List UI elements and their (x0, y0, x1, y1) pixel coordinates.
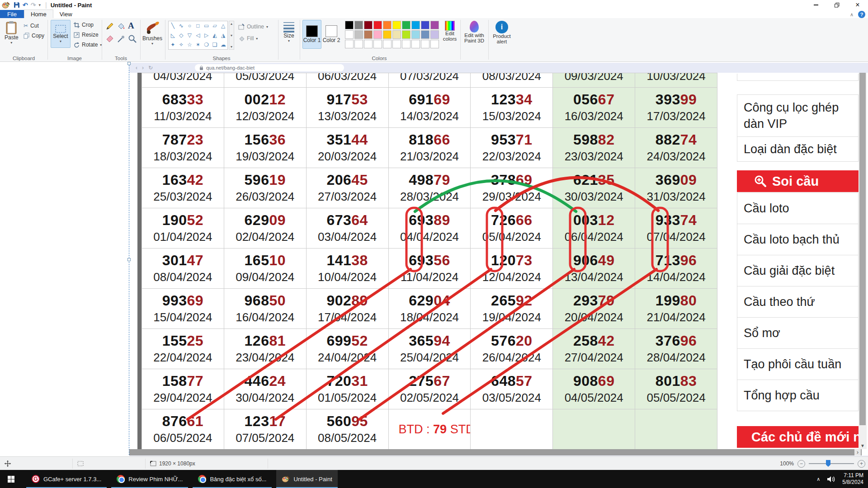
magnifier-tool-icon[interactable] (128, 34, 137, 43)
zoom-out-button[interactable]: − (797, 460, 805, 468)
sidebar-menu-item[interactable]: Sổ mơ (737, 317, 859, 349)
shape-glyph[interactable]: ▽ (188, 33, 192, 38)
close-button[interactable]: × (847, 0, 868, 10)
shape-glyph[interactable]: ☆ (187, 42, 192, 47)
cut-button[interactable]: ✂ Cut (24, 23, 39, 29)
shape-glyph[interactable]: ▭ (204, 23, 209, 28)
palette-swatch[interactable] (402, 30, 410, 39)
palette-swatch[interactable] (364, 21, 373, 29)
shape-glyph[interactable]: ▱ (213, 23, 217, 28)
crop-button[interactable]: Crop (74, 22, 94, 28)
shapes-expand-icon[interactable]: ▼ (230, 45, 233, 48)
palette-swatch[interactable] (421, 30, 429, 39)
start-button[interactable] (0, 470, 22, 488)
tab-home[interactable]: Home (24, 9, 53, 18)
shapes-scroll[interactable]: ▲ ▼ ▼ (229, 21, 234, 50)
shape-glyph[interactable]: ◁ (196, 33, 200, 38)
selection-handle-top[interactable] (127, 62, 131, 65)
speaker-icon[interactable] (827, 476, 835, 483)
edit-colors-button[interactable]: Edit colors (441, 21, 459, 42)
palette-swatch[interactable] (392, 21, 401, 29)
shape-glyph[interactable]: ○ (188, 23, 191, 28)
zoom-slider-thumb[interactable] (826, 460, 830, 467)
palette-swatch-empty[interactable] (402, 40, 410, 48)
shape-glyph[interactable]: ✦ (170, 42, 175, 47)
text-tool-icon[interactable]: A (128, 21, 134, 31)
collapse-ribbon-icon[interactable]: ∧ (850, 12, 854, 18)
sidebar-menu-item[interactable]: Cầu loto (737, 192, 859, 224)
color1-button[interactable]: Color 1 (302, 20, 321, 49)
tray-chevron-icon[interactable]: ∧ (816, 476, 820, 482)
palette-swatch[interactable] (402, 21, 410, 29)
palette-swatch[interactable] (345, 21, 354, 29)
help-icon[interactable]: ? (858, 11, 865, 18)
taskbar-item-chrome-2[interactable]: Bảng đặc biệt xổ số... (193, 470, 272, 488)
shape-glyph[interactable]: ✶ (196, 42, 200, 47)
palette-swatch[interactable] (373, 21, 382, 29)
sidebar-menu-item[interactable]: Cầu loto bạch thủ (737, 224, 859, 255)
size-button[interactable]: Size ▾ (279, 21, 299, 43)
brushes-button[interactable]: Brushes ▾ (142, 20, 163, 46)
sidebar-menu-item[interactable]: Cầu giải đặc biệt (737, 255, 859, 286)
fill-button[interactable]: Fill▾ (238, 35, 258, 42)
rotate-button[interactable]: Rotate▾ (74, 42, 102, 48)
palette-swatch-empty[interactable] (354, 40, 363, 48)
palette-swatch[interactable] (430, 21, 439, 29)
tab-file[interactable]: File (0, 10, 24, 18)
sidebar-menu-item[interactable]: Tổng hợp cầu (737, 380, 859, 411)
color-picker-icon[interactable] (117, 34, 126, 43)
sidebar-item-loaidan[interactable]: Loại dàn đặc biệt (737, 136, 859, 162)
paste-button[interactable]: Paste ▾ (5, 21, 19, 45)
product-alert-button[interactable]: i Product alert (491, 21, 513, 44)
shapes-gallery[interactable]: ╲∿○□▭▱△◺◇▽◁▷◭◮✦✧☆✶❍❏☁ (168, 21, 228, 50)
palette-swatch[interactable] (383, 30, 392, 39)
shape-glyph[interactable]: ◺ (171, 33, 175, 38)
palette-swatch[interactable] (411, 21, 420, 29)
sidebar-menu-item[interactable]: Cầu theo thứ (737, 286, 859, 318)
save-icon[interactable] (14, 2, 20, 8)
shape-glyph[interactable]: ◭ (213, 33, 217, 38)
taskbar-item-paint[interactable]: Untitled - Paint (276, 470, 337, 488)
shapes-scroll-up-icon[interactable]: ▲ (230, 22, 233, 25)
resize-button[interactable]: Resize (74, 32, 99, 38)
zoom-in-button[interactable]: + (858, 460, 865, 468)
tab-view[interactable]: View (53, 10, 79, 18)
minimize-button[interactable] (806, 0, 826, 10)
palette-swatch-empty[interactable] (373, 40, 382, 48)
fill-bucket-icon[interactable] (117, 22, 126, 31)
palette-swatch[interactable] (364, 30, 373, 39)
selection-handle-middle[interactable] (127, 258, 131, 261)
sidebar-banner-topics[interactable]: Các chủ đề mới n (737, 426, 859, 448)
undo-icon[interactable]: ↶ (23, 1, 28, 9)
pencil-icon[interactable] (105, 22, 114, 31)
palette-swatch-empty[interactable] (383, 40, 392, 48)
palette-swatch[interactable] (373, 30, 382, 39)
palette-swatch[interactable] (430, 30, 439, 39)
shape-glyph[interactable]: ❏ (212, 42, 217, 47)
paint-canvas[interactable]: ‹›↻ qua.net/bang-dac-biet 04/03/202405/0… (0, 62, 868, 456)
select-button[interactable]: Select ▾ (51, 20, 71, 48)
shape-glyph[interactable]: □ (196, 23, 199, 28)
paint3d-button[interactable]: Edit with Paint 3D (462, 21, 487, 43)
shape-glyph[interactable]: ❍ (204, 42, 209, 47)
zoom-slider[interactable] (809, 463, 854, 464)
palette-swatch-empty[interactable] (345, 40, 354, 48)
shape-glyph[interactable]: ✧ (179, 42, 184, 47)
palette-swatch[interactable] (411, 30, 420, 39)
taskbar-item-gcafe[interactable]: G GCafe+ server 1.7.3... (26, 470, 107, 488)
palette-swatch-empty[interactable] (430, 40, 439, 48)
redo-icon[interactable]: ↷ (31, 1, 36, 9)
restore-button[interactable] (826, 0, 847, 10)
sidebar-menu-item[interactable]: Tạo phôi cầu tuần (737, 348, 859, 380)
palette-swatch[interactable] (421, 21, 429, 29)
shape-glyph[interactable]: ╲ (171, 23, 175, 28)
clock[interactable]: 7:11 PM 5/8/2024 (842, 472, 863, 486)
shape-glyph[interactable]: ☁ (221, 42, 226, 47)
palette-swatch-empty[interactable] (411, 40, 420, 48)
shape-glyph[interactable]: ∿ (179, 23, 184, 28)
sidebar-item-congcu[interactable]: Công cụ lọc ghép dàn VIP (737, 94, 859, 137)
shapes-scroll-down-icon[interactable]: ▼ (230, 34, 233, 37)
palette-swatch-empty[interactable] (421, 40, 429, 48)
shape-glyph[interactable]: ◮ (221, 33, 225, 38)
palette-swatch-empty[interactable] (364, 40, 373, 48)
